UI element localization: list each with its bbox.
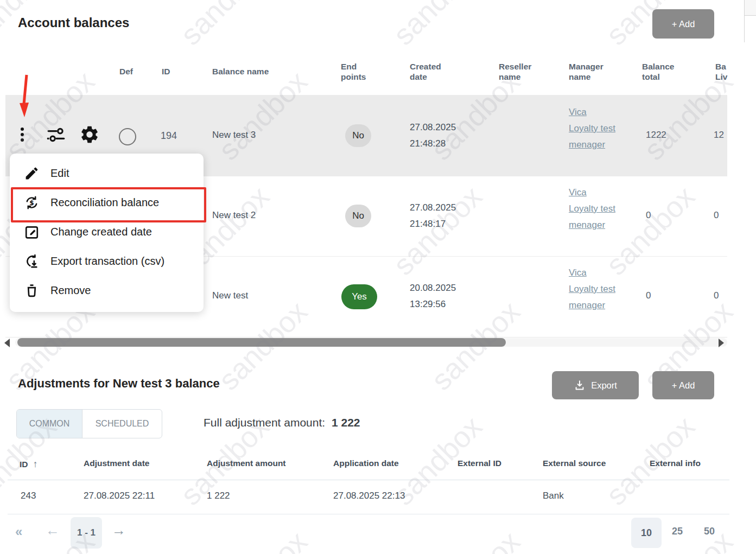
balance-live: 0 [714, 290, 719, 301]
balance-total: 1222 [646, 130, 666, 141]
menu-item-remove[interactable]: Remove [10, 276, 204, 305]
adj-amount: 1 222 [207, 491, 230, 501]
col-header-created-date: Created date [410, 61, 441, 82]
watermark-text: sandbox [212, 525, 314, 554]
manager-link[interactable]: Vica Loyalty test menager [569, 184, 615, 233]
end-points-badge: No [345, 205, 371, 227]
manager-link[interactable]: Vica Loyalty test menager [569, 104, 615, 153]
page-size-10[interactable]: 10 [631, 518, 662, 548]
page-size-50[interactable]: 50 [704, 526, 715, 537]
adj-col-header-external-info: External info [650, 459, 701, 468]
col-header-id: ID [162, 66, 170, 77]
balance-name: New test 2 [212, 210, 256, 221]
export-csv-icon [24, 253, 40, 269]
adj-col-header-application-date: Application date [333, 459, 399, 468]
col-header-balance-live-cut: Ba Liv [715, 61, 728, 82]
pagination-prev-button[interactable]: ← [46, 522, 60, 539]
scroll-left-button[interactable] [4, 339, 10, 347]
adjustments-tabs: COMMON SCHEDULED [16, 409, 162, 438]
created-date: 20.08.2025 13:29:56 [410, 280, 456, 313]
annotation-red-arrow [18, 74, 34, 120]
page-size-25[interactable]: 25 [672, 526, 683, 537]
menu-item-export-transaction[interactable]: Export transaction (csv) [10, 246, 204, 276]
menu-item-edit[interactable]: Edit [10, 158, 204, 188]
col-header-manager-name: Manager name [569, 61, 603, 82]
full-adjustment-amount: Full adjustment amount: 1 222 [204, 416, 360, 429]
pencil-icon [24, 165, 40, 181]
full-adjustment-amount-value: 1 222 [332, 416, 360, 429]
adj-col-header-id[interactable]: ID ↑ [20, 459, 38, 470]
balance-total: 0 [646, 290, 651, 301]
default-radio[interactable] [119, 128, 136, 145]
tab-scheduled[interactable]: SCHEDULED [82, 410, 162, 438]
horizontal-scrollbar-thumb[interactable] [17, 338, 506, 347]
watermark-text: sandbox [424, 525, 526, 554]
pagination-first-button[interactable]: « [15, 524, 22, 539]
manager-link[interactable]: Vica Loyalty test menager [569, 265, 615, 314]
gear-icon[interactable] [79, 124, 100, 145]
col-header-def: Def [119, 66, 133, 77]
row-actions-kebab-icon[interactable] [21, 125, 24, 144]
watermark-text: sandbox [386, 0, 488, 52]
adj-external-source: Bank [543, 491, 564, 501]
created-date: 27.08.2025 21:48:28 [410, 119, 456, 152]
end-points-badge: Yes [341, 284, 377, 309]
watermark-text: sandbox [174, 0, 276, 52]
col-header-end-points: End points [341, 61, 366, 82]
pagination-range[interactable]: 1 - 1 [71, 517, 102, 549]
col-header-reseller-name: Reseller name [499, 61, 531, 82]
balance-id: 194 [161, 130, 177, 142]
adj-date: 27.08.2025 22:11 [84, 491, 155, 501]
annotation-red-box [11, 187, 206, 222]
balance-live: 0 [714, 210, 719, 221]
adj-col-header-external-source: External source [543, 459, 606, 468]
adj-col-header-external-id: External ID [458, 459, 501, 468]
sliders-icon[interactable] [47, 126, 66, 144]
tab-common[interactable]: COMMON [17, 410, 82, 438]
row-context-menu: Edit $ Reconciliation balance Change cre… [10, 154, 204, 312]
balance-total: 0 [646, 210, 651, 221]
export-button[interactable]: Export [552, 371, 639, 399]
adj-application-date: 27.08.2025 22:13 [333, 491, 405, 501]
pagination-next-button[interactable]: → [112, 522, 126, 539]
balance-live-cut: 12 [714, 130, 727, 141]
balance-name: New test 3 [212, 130, 256, 141]
col-header-balance-total: Balance total [642, 61, 674, 82]
adj-id: 243 [21, 491, 36, 501]
trash-icon [24, 283, 40, 298]
add-adjustment-button[interactable]: + Add [652, 371, 714, 399]
add-balance-button[interactable]: + Add [652, 9, 714, 39]
download-icon [574, 379, 586, 391]
col-header-balance-name: Balance name [212, 66, 269, 77]
scroll-right-button[interactable] [719, 339, 724, 347]
adjustments-title: Adjustments for New test 3 balance [18, 377, 220, 391]
adj-col-header-date: Adjustment date [84, 459, 149, 468]
page-title: Account balances [18, 15, 129, 30]
adj-col-header-amount: Adjustment amount [207, 459, 286, 468]
created-date: 27.08.2025 21:48:17 [410, 200, 456, 232]
horizontal-scrollbar-track[interactable] [15, 338, 727, 347]
page: Account balances + Add Def ID Balance na… [0, 0, 756, 554]
end-points-badge: No [345, 124, 371, 147]
right-edge-line [744, 15, 745, 42]
right-edge-panel [744, 0, 756, 16]
calendar-edit-icon [24, 224, 40, 240]
sort-asc-icon: ↑ [33, 459, 38, 470]
balance-name: New test [212, 290, 248, 301]
